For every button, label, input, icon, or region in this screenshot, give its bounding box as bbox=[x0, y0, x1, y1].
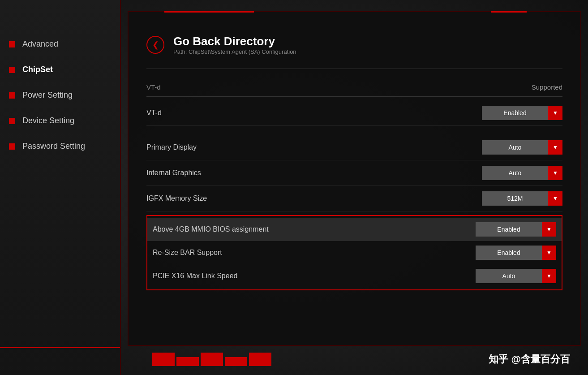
pcie-x16-row: PCIE X16 Max Link Speed Auto ▼ bbox=[147, 264, 562, 288]
main-frame: Go Back Directory Path: ChipSet\System A… bbox=[128, 11, 581, 346]
above4gb-dropdown[interactable]: Enabled ▼ bbox=[476, 222, 556, 237]
main-content: Go Back Directory Path: ChipSet\System A… bbox=[146, 26, 562, 332]
deco-block-5 bbox=[249, 353, 271, 366]
vtd-label: VT-d bbox=[146, 109, 162, 117]
internal-graphics-dropdown[interactable]: Auto ▼ bbox=[482, 166, 562, 180]
sidebar-indicator bbox=[9, 92, 15, 99]
divider bbox=[146, 69, 562, 69]
igfx-memory-dropdown[interactable]: 512M ▼ bbox=[482, 191, 562, 206]
go-back-path: Path: ChipSet\System Agent (SA) Configur… bbox=[173, 48, 296, 55]
highlighted-section: Above 4GB MMIO BIOS assignment Enabled ▼… bbox=[146, 215, 562, 290]
sidebar-indicator bbox=[9, 118, 15, 124]
sidebar-indicator bbox=[9, 143, 15, 150]
sidebar-item-power-setting[interactable]: Power Setting bbox=[0, 82, 120, 108]
primary-display-row: Primary Display Auto ▼ bbox=[146, 135, 562, 160]
internal-graphics-arrow: ▼ bbox=[548, 166, 562, 180]
igfx-memory-label: IGFX Memory Size bbox=[146, 194, 207, 203]
vtd-section-header: VT-d Supported bbox=[146, 78, 562, 97]
top-deco-bar2 bbox=[491, 11, 527, 13]
resize-bar-value: Enabled bbox=[476, 249, 542, 256]
above4gb-label: Above 4GB MMIO BIOS assignment bbox=[153, 225, 269, 233]
bottom-decoration bbox=[152, 353, 271, 366]
go-back-title: Go Back Directory bbox=[173, 34, 296, 48]
vtd-dropdown[interactable]: Enabled ▼ bbox=[482, 106, 562, 120]
pcie-x16-label: PCIE X16 Max Link Speed bbox=[153, 272, 237, 280]
deco-block-3 bbox=[201, 353, 223, 366]
vtd-row: VT-d Enabled ▼ bbox=[146, 100, 562, 126]
pcie-x16-value: Auto bbox=[476, 272, 542, 280]
above4gb-arrow: ▼ bbox=[542, 222, 556, 237]
resize-bar-label: Re-Size BAR Support bbox=[153, 249, 222, 257]
primary-display-label: Primary Display bbox=[146, 143, 197, 151]
primary-display-dropdown[interactable]: Auto ▼ bbox=[482, 140, 562, 155]
above4gb-value: Enabled bbox=[476, 226, 542, 233]
resize-bar-dropdown[interactable]: Enabled ▼ bbox=[476, 246, 556, 260]
pcie-x16-dropdown[interactable]: Auto ▼ bbox=[476, 269, 556, 283]
sidebar-item-label: Advanced bbox=[22, 39, 58, 49]
resize-bar-arrow: ▼ bbox=[542, 246, 556, 260]
above4gb-row: Above 4GB MMIO BIOS assignment Enabled ▼ bbox=[147, 218, 562, 241]
igfx-memory-arrow: ▼ bbox=[548, 191, 562, 206]
sidebar-item-password-setting[interactable]: Password Setting bbox=[0, 134, 120, 159]
resize-bar-row: Re-Size BAR Support Enabled ▼ bbox=[147, 241, 562, 264]
pcie-x16-arrow: ▼ bbox=[542, 269, 556, 283]
go-back-text: Go Back Directory Path: ChipSet\System A… bbox=[173, 34, 296, 55]
vtd-dropdown-value: Enabled bbox=[482, 109, 548, 116]
vtd-dropdown-arrow: ▼ bbox=[548, 106, 562, 120]
spacer bbox=[146, 126, 562, 135]
back-button[interactable] bbox=[146, 36, 164, 54]
igfx-memory-row: IGFX Memory Size 512M ▼ bbox=[146, 186, 562, 211]
sidebar-item-chipset[interactable]: ChipSet bbox=[0, 57, 120, 82]
deco-block-1 bbox=[152, 353, 175, 366]
sidebar: Advanced ChipSet Power Setting Device Se… bbox=[0, 0, 121, 375]
igfx-memory-value: 512M bbox=[482, 195, 548, 202]
sidebar-item-label: Power Setting bbox=[22, 91, 73, 100]
vtd-section-label: VT-d bbox=[146, 83, 161, 91]
sidebar-indicator bbox=[9, 41, 15, 47]
top-deco-bar bbox=[164, 11, 254, 13]
sidebar-item-advanced[interactable]: Advanced bbox=[0, 31, 120, 57]
primary-display-arrow: ▼ bbox=[548, 140, 562, 155]
sidebar-indicator bbox=[9, 67, 15, 73]
internal-graphics-label: Internal Graphics bbox=[146, 169, 201, 177]
go-back-section: Go Back Directory Path: ChipSet\System A… bbox=[146, 26, 562, 55]
sidebar-item-label: Password Setting bbox=[22, 142, 85, 151]
sidebar-item-label: ChipSet bbox=[22, 65, 53, 74]
deco-block-4 bbox=[225, 357, 247, 366]
watermark: 知乎 @含量百分百 bbox=[489, 353, 570, 366]
sidebar-item-label: Device Setting bbox=[22, 116, 74, 125]
sidebar-item-device-setting[interactable]: Device Setting bbox=[0, 108, 120, 134]
primary-display-value: Auto bbox=[482, 144, 548, 151]
deco-block-2 bbox=[176, 357, 199, 366]
internal-graphics-value: Auto bbox=[482, 169, 548, 177]
vtd-section-value: Supported bbox=[532, 83, 562, 91]
internal-graphics-row: Internal Graphics Auto ▼ bbox=[146, 160, 562, 186]
